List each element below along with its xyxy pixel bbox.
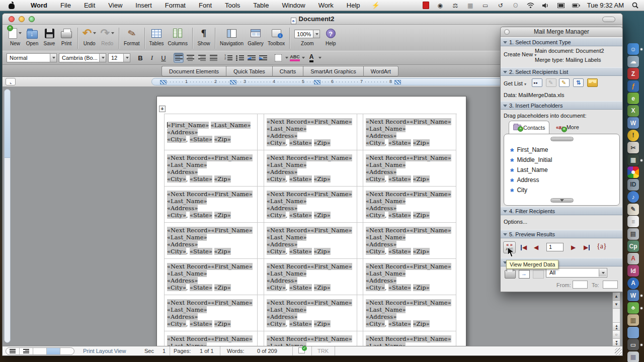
dock-icon-indesign[interactable]: Id (627, 265, 639, 277)
table-column-marker[interactable] (230, 80, 236, 84)
script-menu-icon[interactable]: ⚡ (367, 2, 385, 9)
vertical-scrollbar[interactable]: ▲ ▼ ▲▲ ○ ▼▼ (612, 292, 620, 347)
contacts-tab[interactable]: Contacts (509, 121, 549, 134)
menu-clock[interactable]: Tue 9:32 AM (587, 2, 624, 9)
dock-icon-presentation[interactable]: ▦ (627, 154, 639, 166)
get-list-popup[interactable]: Get List ▾ (504, 80, 526, 86)
wifi-status-icon[interactable] (527, 2, 535, 10)
from-field[interactable] (573, 281, 588, 289)
size-dropdown-icon[interactable] (123, 54, 130, 62)
align-center-button[interactable] (185, 53, 195, 63)
merge-to-printer-icon[interactable] (505, 270, 516, 279)
menu-help[interactable]: Help (340, 0, 367, 11)
label-cell[interactable]: «Next Record»«First_Name»«Last_Name»«Add… (165, 259, 258, 295)
label-cell[interactable]: «Next Record»«First_Name»«Last_Name»«Add… (363, 187, 456, 223)
field-codes-button[interactable]: {a} (597, 242, 607, 250)
keyboard-status-icon[interactable] (557, 2, 565, 10)
dock-icon-alert[interactable]: ! (627, 130, 639, 141)
justify-button[interactable] (208, 53, 218, 63)
film-status-icon[interactable] (423, 2, 429, 9)
panel-close-button[interactable] (504, 29, 510, 35)
tab-charts[interactable]: Charts (272, 66, 303, 76)
display-status-icon[interactable]: ▭ (481, 2, 490, 10)
menu-tools[interactable]: Tools (218, 0, 247, 11)
create-new-popup[interactable]: Create New ▾ (504, 51, 536, 57)
label-cell[interactable]: «Next Record»«First_Name»«Last_Name»«Add… (264, 331, 357, 347)
browse-previous-button[interactable]: ▲▲ (613, 322, 620, 330)
table-column-marker[interactable] (394, 80, 401, 84)
menu-insert[interactable]: Insert (129, 0, 158, 11)
dock-icon-finder[interactable]: ☺ (627, 43, 639, 55)
more-tab[interactable]: «a» More (552, 121, 583, 134)
dock-icon-trash[interactable]: ▦ (627, 351, 639, 362)
help-button[interactable]: ?Help (322, 27, 339, 50)
borders-button[interactable] (273, 53, 283, 63)
tab-wordart[interactable]: WordArt (363, 66, 398, 76)
label-cell[interactable]: «Next Record»«First_Name»«Last_Name»«Add… (363, 114, 456, 150)
tab-stop-selector[interactable]: ⌞ (6, 78, 16, 85)
merge-range-dropdown-icon[interactable] (599, 269, 606, 277)
dock-icon-firefox[interactable]: ƒ (627, 80, 639, 92)
dock-icon-mail-z[interactable]: Z (627, 68, 639, 79)
section-5-header[interactable]: 5. Preview Results (501, 230, 622, 238)
vertical-ruler[interactable] (4, 89, 11, 343)
toolbar-toggle-pill[interactable] (602, 17, 615, 22)
document-page[interactable]: + «First_Name» «Last_Name»«Address»«City… (156, 96, 466, 347)
placeholder-middle_initial[interactable]: *Middle_Initial (510, 155, 552, 164)
table-move-handle[interactable]: + (159, 106, 166, 112)
increase-indent-button[interactable] (258, 53, 268, 63)
envelope-data-icon[interactable] (587, 78, 598, 87)
style-select[interactable]: Normal (7, 53, 57, 62)
first-record-button[interactable]: ◀ (521, 243, 527, 251)
merge-range-select[interactable]: All (546, 268, 607, 278)
label-cell[interactable]: «Next Record»«First_Name»«Last_Name»«Add… (363, 150, 456, 187)
menu-font[interactable]: Font (192, 0, 218, 11)
style-dropdown-icon[interactable] (50, 54, 56, 62)
dock-icon-display[interactable]: ▭ (627, 339, 639, 350)
open-button[interactable]: Open (24, 27, 41, 50)
italic-button[interactable]: I (147, 53, 157, 63)
section-3-header[interactable]: 3. Insert Placeholders (501, 101, 622, 110)
font-color-button[interactable]: A (306, 53, 316, 63)
align-right-button[interactable] (197, 53, 207, 63)
menu-window[interactable]: Window (275, 0, 311, 11)
tab-quick-tables[interactable]: Quick Tables (226, 66, 272, 76)
highlight-button[interactable]: ABC (290, 53, 300, 63)
toolbox-button[interactable]: Toolbox (266, 27, 287, 50)
scroll-down-pill[interactable] (550, 198, 574, 203)
save-button[interactable]: Save (41, 27, 58, 50)
to-field[interactable] (603, 281, 618, 289)
placeholder-address[interactable]: *Address (510, 175, 539, 185)
spaces-status-icon[interactable]: ▦ (466, 2, 474, 10)
font-dropdown-icon[interactable] (99, 54, 106, 62)
dock-icon-word[interactable]: W (627, 117, 639, 129)
scroll-up-button[interactable]: ▲ (613, 293, 620, 301)
label-cell[interactable]: «First_Name» «Last_Name»«Address»«City»,… (165, 114, 258, 150)
bluetooth-status-icon[interactable]: ʘ (512, 2, 520, 10)
align-left-button[interactable] (174, 53, 184, 63)
dock-icon-acrobat[interactable]: A (627, 253, 639, 264)
menu-word[interactable]: Word (24, 0, 54, 11)
label-cell[interactable]: «Next Record»«First_Name»«Last_Name»«Add… (363, 295, 456, 331)
last-record-button[interactable]: ▶ (584, 243, 590, 251)
battery-status-icon[interactable] (572, 2, 580, 10)
underline-button[interactable]: U (158, 53, 169, 63)
dock-icon-captivate[interactable]: Cp (627, 240, 639, 252)
label-cell[interactable]: «Next Record»«First_Name»«Last_Name»«Add… (165, 223, 258, 259)
font-size-select[interactable]: 12 (108, 53, 130, 62)
dock-icon-weather[interactable]: ☁ (627, 56, 639, 67)
print-button[interactable]: Print (58, 27, 75, 50)
columns-button[interactable]: Columns (166, 27, 189, 50)
table-column-marker[interactable] (160, 80, 167, 84)
label-cell[interactable]: «Next Record»«First_Name»«Last_Name»«Add… (165, 295, 258, 331)
zoom-select[interactable]: 100% (294, 30, 320, 38)
previous-record-button[interactable]: ◀ (534, 243, 538, 251)
spelling-status-icon[interactable] (298, 347, 305, 353)
menu-table[interactable]: Table (247, 0, 275, 11)
menu-edit[interactable]: Edit (77, 0, 102, 11)
panel-title-bar[interactable]: Mail Merge Manager (501, 27, 622, 37)
outline-view-button[interactable] (20, 348, 33, 354)
print-layout-button[interactable] (47, 348, 60, 354)
dock-icon-appstore[interactable]: A (627, 278, 639, 289)
numbered-list-button[interactable] (223, 53, 233, 63)
